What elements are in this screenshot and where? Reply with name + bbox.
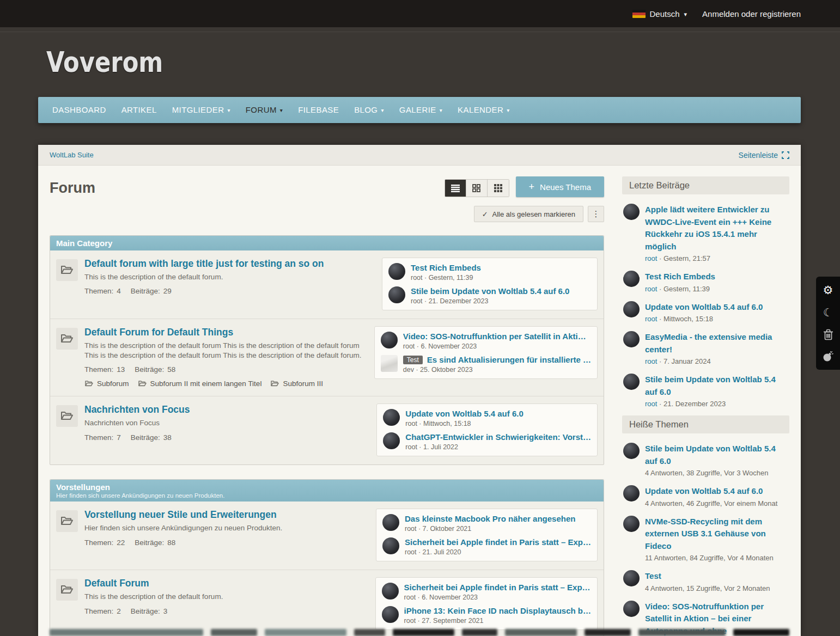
more-options-button[interactable]: ⋮ [588, 206, 604, 222]
latest-post: Stile beim Update von Woltlab 5.4 auf 6.… [388, 286, 591, 305]
login-link[interactable]: Anmelden oder registrieren [702, 9, 801, 19]
post-meta: root · 1. Juli 2022 [405, 443, 591, 451]
avatar[interactable] [623, 570, 640, 586]
avatar[interactable] [388, 286, 405, 303]
author-link[interactable]: root [645, 285, 657, 293]
gear-icon[interactable]: ⚙ [823, 284, 833, 296]
avatar[interactable] [383, 432, 400, 449]
avatar[interactable] [382, 606, 399, 623]
grid-view-button[interactable] [466, 180, 488, 197]
hot-topics-header: Heiße Themen [622, 415, 789, 433]
subforum-link[interactable]: Subforum II mit einem langen Titel [138, 380, 262, 388]
author-link[interactable]: root [645, 254, 657, 262]
plus-icon: + [529, 181, 535, 193]
avatar[interactable] [381, 355, 398, 372]
language-selector[interactable]: Deutsch ▾ [632, 9, 687, 19]
post-title-link[interactable]: Test Rich Embeds [411, 263, 591, 272]
avatar[interactable] [623, 443, 640, 459]
subforum-list: Subforum Subforum II mit einem langen Ti… [84, 380, 368, 388]
forum-title-link[interactable]: Nachrichten von Focus [84, 404, 190, 415]
topic-title-link[interactable]: Stile beim Update von Woltlab 5.4 auf 6.… [645, 443, 788, 467]
site-logo[interactable]: Voverom [46, 46, 163, 78]
latest-post: Test Es sind Aktualisierungen für instal… [381, 355, 591, 374]
subforum-link[interactable]: Subforum III [270, 380, 323, 388]
post-meta: root · 21. Juli 2020 [405, 548, 591, 556]
post-title-link[interactable]: ChatGPT-Entwickler in Schwierigkeiten: V… [405, 432, 591, 442]
forum-title-link[interactable]: Default Forum for Default Things [84, 327, 233, 338]
avatar[interactable] [388, 263, 405, 280]
avatar[interactable] [623, 516, 640, 532]
moon-icon[interactable]: ☾ [823, 307, 833, 318]
forum-title-link[interactable]: Vorstellung neuer Stile und Erweiterunge… [84, 509, 277, 521]
folder-open-icon [56, 510, 78, 532]
post-title-link[interactable]: Test Rich Embeds [645, 271, 715, 283]
avatar[interactable] [382, 514, 399, 531]
post-title-link[interactable]: Sicherheit bei Apple findet in Paris sta… [405, 537, 591, 547]
avatar[interactable] [623, 374, 640, 390]
post-title-link[interactable]: Das kleinste Macbook Pro näher angesehen [405, 514, 591, 523]
topic-title-link[interactable]: Test [645, 570, 770, 583]
breadcrumb-link-site[interactable]: WoltLab Suite [50, 151, 94, 159]
forum-title-link[interactable]: Default forum with large title just for … [84, 258, 324, 270]
post-title-link[interactable]: Sicherheit bei Apple findet in Paris sta… [404, 583, 591, 592]
post-meta: root · Gestern, 11:39 [411, 274, 591, 282]
compact-grid-view-button[interactable] [488, 180, 509, 197]
topic-title-link[interactable]: NVMe-SSD-Recycling mit dem externen USB … [645, 516, 788, 553]
latest-posts-header: Letzte Beiträge [622, 176, 789, 194]
german-flag-icon [632, 10, 646, 18]
subforum-link[interactable]: Subforum [84, 380, 129, 388]
site-header: Voverom [0, 27, 840, 98]
post-title-link[interactable]: Apple lädt weitere Entwickler zu WWDC-Li… [645, 204, 788, 253]
forum-title-link[interactable]: Default Forum [84, 578, 149, 589]
post-meta: root · 21. Dezember 2023 [411, 297, 591, 305]
avatar[interactable] [623, 331, 640, 347]
nav-item-mitglieder[interactable]: MITGLIEDER▾ [165, 97, 238, 123]
author-link[interactable]: root [645, 315, 657, 323]
kebab-icon: ⋮ [592, 209, 600, 219]
nav-item-galerie[interactable]: GALERIE▾ [392, 97, 450, 123]
nav-item-kalender[interactable]: KALENDER▾ [450, 97, 517, 123]
avatar[interactable] [623, 301, 640, 317]
post-meta: root · 6. November 2023 [403, 343, 591, 350]
sidebar-toggle-button[interactable]: Seitenleiste [739, 151, 789, 160]
post-title-link[interactable]: Es sind Aktualisierungen für installiert… [427, 355, 591, 364]
mark-all-read-button[interactable]: ✓ Alle als gelesen markieren [474, 206, 583, 222]
post-title-link[interactable]: Stile beim Update von Woltlab 5.4 auf 6.… [645, 374, 788, 398]
list-item: Test Rich Embeds root · Gestern, 11:39 [623, 271, 788, 293]
list-view-button[interactable] [445, 180, 466, 197]
avatar[interactable] [381, 332, 398, 348]
avatar[interactable] [623, 271, 640, 287]
avatar[interactable] [383, 409, 400, 426]
nav-item-forum[interactable]: FORUM▾ [238, 97, 290, 123]
forum-description: Hier finden sich unsere Ankündigungen zu… [84, 523, 369, 533]
post-title-link[interactable]: iPhone 13: Kein Face ID nach Displaytaus… [404, 606, 591, 615]
latest-post: Sicherheit bei Apple findet in Paris sta… [382, 583, 591, 601]
avatar[interactable] [623, 601, 640, 617]
list-item: Update von Woltlab 5.4 auf 6.0 4 Antwort… [623, 485, 788, 507]
trash-icon[interactable] [823, 329, 833, 340]
forum-stats: Themen:7 Beiträge:38 [84, 433, 370, 442]
avatar[interactable] [623, 485, 640, 502]
forum-description: This is the description of the default f… [84, 272, 375, 282]
post-title-link[interactable]: Video: SOS-Notruffunktion per Satellit i… [403, 332, 591, 341]
nav-item-filebase[interactable]: FILEBASE [290, 97, 346, 123]
author-link[interactable]: root [645, 400, 657, 408]
nav-item-artikel[interactable]: ARTIKEL [114, 97, 165, 123]
post-title-link[interactable]: Update von Woltlab 5.4 auf 6.0 [645, 301, 763, 314]
new-topic-button[interactable]: + Neues Thema [516, 176, 604, 197]
chevron-down-icon: ▾ [440, 97, 442, 124]
topic-title-link[interactable]: Update von Woltlab 5.4 auf 6.0 [645, 485, 777, 498]
author-link[interactable]: root [645, 357, 657, 365]
bomb-icon[interactable] [823, 351, 833, 362]
forum-row: Vorstellung neuer Stile und Erweiterunge… [50, 502, 604, 570]
avatar[interactable] [382, 583, 399, 600]
view-toggle-group [445, 179, 509, 197]
post-title-link[interactable]: EasyMedia - the extensive media center! [645, 331, 788, 356]
avatar[interactable] [382, 537, 399, 554]
nav-item-dashboard[interactable]: DASHBOARD [45, 97, 114, 123]
avatar[interactable] [623, 204, 640, 220]
nav-item-blog[interactable]: BLOG▾ [346, 97, 392, 123]
post-title-link[interactable]: Stile beim Update von Woltlab 5.4 auf 6.… [411, 286, 591, 296]
post-title-link[interactable]: Update von Woltlab 5.4 auf 6.0 [405, 409, 591, 418]
folder-open-icon [56, 259, 78, 281]
